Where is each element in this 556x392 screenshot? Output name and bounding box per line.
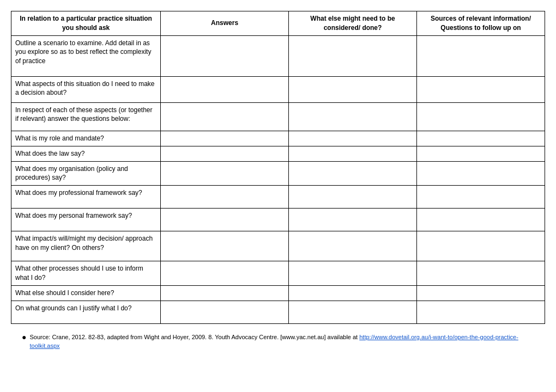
answer-cell xyxy=(417,131,545,146)
answer-cell xyxy=(161,131,289,146)
question-cell: What is my role and mandate? xyxy=(11,131,161,146)
answer-cell xyxy=(417,76,545,102)
table-row: Outline a scenario to examine. Add detai… xyxy=(11,35,545,76)
table-row: What impact/s will/might my decision/ ap… xyxy=(11,231,545,261)
answer-cell xyxy=(289,261,417,286)
header-col3: What else might need to be considered/ d… xyxy=(289,11,417,36)
source-citation: ● Source: Crane, 2012. 82-83, adapted fr… xyxy=(11,333,545,351)
answer-cell xyxy=(417,231,545,261)
table-row: What aspects of this situation do I need… xyxy=(11,76,545,102)
table-row: In respect of each of these aspects (or … xyxy=(11,102,545,131)
table-row: What other processes should I use to inf… xyxy=(11,261,545,286)
table-row: What does my organisation (policy and pr… xyxy=(11,161,545,186)
header-col4: Sources of relevant information/ Questio… xyxy=(417,11,545,36)
answer-cell xyxy=(161,35,289,76)
answer-cell xyxy=(289,186,417,209)
answer-cell xyxy=(161,231,289,261)
table-row: What does my professional framework say? xyxy=(11,186,545,209)
answer-cell xyxy=(417,102,545,131)
answer-cell xyxy=(417,186,545,209)
question-cell: What else should I consider here? xyxy=(11,285,161,301)
table-row: On what grounds can I justify what I do? xyxy=(11,301,545,323)
source-prefix: Source: Crane, 2012. 82-83, adapted from… xyxy=(29,334,359,340)
practice-table: In relation to a particular practice sit… xyxy=(11,11,545,324)
answer-cell xyxy=(161,146,289,161)
answer-cell xyxy=(161,161,289,186)
header-col1: In relation to a particular practice sit… xyxy=(11,11,161,36)
table-row: What is my role and mandate? xyxy=(11,131,545,146)
answer-cell xyxy=(289,146,417,161)
answer-cell xyxy=(161,261,289,286)
answer-cell xyxy=(161,301,289,323)
answer-cell xyxy=(289,231,417,261)
answer-cell xyxy=(161,76,289,102)
answer-cell xyxy=(161,186,289,209)
question-cell: What does the law say? xyxy=(11,146,161,161)
header-row: In relation to a particular practice sit… xyxy=(11,11,545,36)
answer-cell xyxy=(417,261,545,286)
answer-cell xyxy=(417,35,545,76)
question-cell: What other processes should I use to inf… xyxy=(11,261,161,286)
question-cell: What does my professional framework say? xyxy=(11,186,161,209)
question-cell: What does my personal framework say? xyxy=(11,209,161,231)
answer-cell xyxy=(417,301,545,323)
question-cell: What aspects of this situation do I need… xyxy=(11,76,161,102)
main-table-container: In relation to a particular practice sit… xyxy=(11,11,545,324)
question-cell: In respect of each of these aspects (or … xyxy=(11,102,161,131)
table-row: What does the law say? xyxy=(11,146,545,161)
answer-cell xyxy=(161,285,289,301)
answer-cell xyxy=(417,146,545,161)
answer-cell xyxy=(417,285,545,301)
question-cell: On what grounds can I justify what I do? xyxy=(11,301,161,323)
answer-cell xyxy=(161,102,289,131)
bullet-point: ● xyxy=(22,333,26,342)
answer-cell xyxy=(289,209,417,231)
answer-cell xyxy=(289,76,417,102)
table-row: What does my personal framework say? xyxy=(11,209,545,231)
answer-cell xyxy=(289,301,417,323)
answer-cell xyxy=(289,161,417,186)
answer-cell xyxy=(417,161,545,186)
answer-cell xyxy=(289,35,417,76)
answer-cell xyxy=(289,131,417,146)
answer-cell xyxy=(417,209,545,231)
question-cell: Outline a scenario to examine. Add detai… xyxy=(11,35,161,76)
source-text-content: Source: Crane, 2012. 82-83, adapted from… xyxy=(29,333,545,351)
question-cell: What impact/s will/might my decision/ ap… xyxy=(11,231,161,261)
answer-cell xyxy=(289,102,417,131)
table-row: What else should I consider here? xyxy=(11,285,545,301)
answer-cell xyxy=(161,209,289,231)
header-col2: Answers xyxy=(161,11,289,36)
question-cell: What does my organisation (policy and pr… xyxy=(11,161,161,186)
answer-cell xyxy=(289,285,417,301)
